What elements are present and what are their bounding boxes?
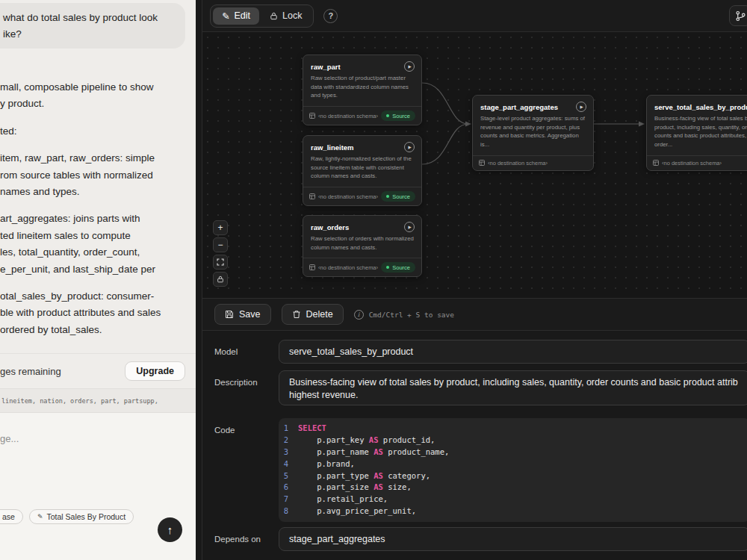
- description-line: highest revenue.: [289, 389, 740, 402]
- schema-label: ‹no destination schema›: [309, 264, 378, 271]
- node-serve-total-sales-by-product[interactable]: serve_total_sales_by_product ▶ Business-…: [646, 95, 747, 171]
- node-header: serve_total_sales_by_product ▶: [647, 96, 747, 114]
- line-number: 8: [279, 505, 298, 517]
- code-line: 2 p.part_key AS product_id,: [279, 435, 747, 447]
- app: what do total sales by product look ike?…: [0, 0, 747, 560]
- message-paragraph: item, raw_part, raw_orders: simple rom s…: [0, 150, 188, 200]
- message-line: ordered by total_sales.: [0, 322, 188, 338]
- code-line: 7 p.retail_price,: [279, 494, 747, 505]
- trash-icon: [292, 310, 301, 319]
- pipeline-panel: ✎ Edit Lock ?: [196, 0, 747, 560]
- line-number: 5: [279, 470, 298, 482]
- mode-segmented-control: ✎ Edit Lock: [210, 4, 314, 28]
- schema-text: ‹no destination schema›: [488, 160, 548, 167]
- lock-mode-button[interactable]: Lock: [261, 7, 311, 25]
- zoom-out-button[interactable]: −: [213, 237, 228, 252]
- message-line: y product.: [0, 96, 188, 112]
- delete-button[interactable]: Delete: [282, 304, 344, 325]
- model-name-input[interactable]: serve_total_sales_by_product: [279, 340, 747, 364]
- edit-mode-button[interactable]: ✎ Edit: [213, 7, 259, 25]
- schema-text: ‹no destination schema›: [318, 264, 378, 271]
- node-header: raw_lineitem ▶: [303, 136, 421, 155]
- code-text: p.brand,: [298, 458, 355, 470]
- run-node-button[interactable]: ▶: [576, 102, 586, 112]
- badge-label: Source: [392, 193, 410, 200]
- code-text: p.retail_price,: [298, 494, 388, 505]
- code-text: p.part_type AS category,: [298, 470, 430, 482]
- dag-canvas[interactable]: raw_part ▶ Raw selection of product/part…: [202, 32, 747, 299]
- node-title: serve_total_sales_by_product: [654, 103, 747, 111]
- description-input[interactable]: Business-facing view of total sales by p…: [279, 370, 747, 405]
- delete-label: Delete: [306, 309, 333, 320]
- assistant-message: mall, composable pipeline to show y prod…: [0, 79, 188, 349]
- canvas-toolbar: ✎ Edit Lock ?: [202, 0, 747, 32]
- message-line: e_per_unit, and last_ship_date per: [0, 261, 188, 278]
- fit-view-button[interactable]: [213, 255, 228, 270]
- line-number: 6: [279, 482, 298, 494]
- user-question-bubble: what do total sales by product look ike?: [0, 3, 185, 49]
- status-dot: [386, 195, 389, 198]
- save-button[interactable]: Save: [214, 304, 271, 325]
- code-line: 4 p.brand,: [279, 458, 747, 470]
- help-button[interactable]: ?: [323, 9, 338, 23]
- pencil-icon: ✎: [222, 10, 229, 22]
- run-node-button[interactable]: ▶: [404, 61, 415, 72]
- branch-icon: [735, 10, 746, 22]
- line-number: 1: [279, 423, 298, 435]
- description-line: Business-facing view of total sales by p…: [289, 376, 740, 389]
- table-icon: [653, 160, 659, 166]
- schema-text: ‹no destination schema›: [318, 193, 378, 200]
- code-text: SELECT: [298, 423, 326, 435]
- lock-canvas-button[interactable]: [213, 272, 228, 287]
- lock-label: Lock: [282, 10, 302, 21]
- send-button[interactable]: ↑: [158, 517, 182, 542]
- badge-label: Source: [392, 264, 410, 271]
- schema-label: ‹no destination schema›: [479, 160, 548, 167]
- node-header: stage_part_aggregates ▶: [473, 96, 593, 114]
- minus-icon: −: [217, 240, 223, 250]
- play-icon: ▶: [408, 225, 411, 229]
- node-description: Business-facing view of total sales by p…: [647, 114, 747, 155]
- message-line: ble with product attributes and sales: [0, 305, 188, 321]
- model-chip[interactable]: ✎ Total Sales By Product: [29, 509, 134, 524]
- schema-text: ‹no destination schema›: [662, 160, 722, 167]
- composer-chips: ase ✎ Total Sales By Product: [0, 509, 134, 524]
- canvas-zoom-controls: + −: [213, 220, 228, 287]
- node-stage-part-aggregates[interactable]: stage_part_aggregates ▶ Stage-level prod…: [472, 95, 594, 171]
- play-icon: ▶: [408, 64, 411, 69]
- node-raw-lineitem[interactable]: raw_lineitem ▶ Raw, lightly-normalized s…: [303, 135, 422, 206]
- save-icon: [225, 310, 234, 319]
- hint-text: Cmd/Ctrl + S to save: [369, 311, 454, 319]
- run-node-button[interactable]: ▶: [404, 222, 415, 232]
- lock-icon: [270, 12, 278, 20]
- message-paragraph: otal_sales_by_product: consumer- ble wit…: [0, 288, 188, 338]
- table-icon: [479, 160, 485, 166]
- model-editor-form: Model serve_total_sales_by_product Descr…: [202, 331, 747, 560]
- pencil-icon: ✎: [37, 513, 43, 520]
- message-line: ted lineitem sales to compute: [0, 228, 188, 244]
- chat-panel: what do total sales by product look ike?…: [0, 0, 196, 560]
- status-dot: [386, 114, 389, 117]
- zoom-in-button[interactable]: +: [213, 220, 228, 235]
- node-description: Raw selection of product/part master dat…: [303, 74, 421, 106]
- schema-label: ‹no destination schema›: [653, 160, 722, 167]
- upgrade-button[interactable]: Upgrade: [125, 361, 185, 381]
- node-raw-part[interactable]: raw_part ▶ Raw selection of product/part…: [303, 55, 422, 125]
- info-icon: i: [354, 310, 364, 320]
- sql-code-editor[interactable]: 1SELECT 2 p.part_key AS product_id, 3 p.…: [279, 418, 747, 522]
- node-description: Raw, lightly-normalized selection of the…: [303, 155, 421, 187]
- line-number: 4: [279, 458, 298, 470]
- message-line: mall, composable pipeline to show: [0, 79, 188, 96]
- play-icon: ▶: [408, 145, 411, 149]
- node-title: raw_part: [311, 63, 341, 71]
- model-row: Model serve_total_sales_by_product: [214, 340, 747, 364]
- message-line: item, raw_part, raw_orders: simple: [0, 150, 188, 167]
- context-chip[interactable]: ase: [0, 509, 23, 524]
- fit-view-icon: [217, 258, 224, 266]
- run-node-button[interactable]: ▶: [404, 142, 415, 152]
- depends-on-input[interactable]: stage_part_aggregates: [279, 527, 747, 551]
- pipeline-view-button[interactable]: [729, 5, 747, 26]
- node-raw-orders[interactable]: raw_orders ▶ Raw selection of orders wit…: [303, 215, 422, 277]
- node-header: raw_orders ▶: [303, 216, 421, 234]
- code-text: p.part_key AS product_id,: [298, 435, 435, 447]
